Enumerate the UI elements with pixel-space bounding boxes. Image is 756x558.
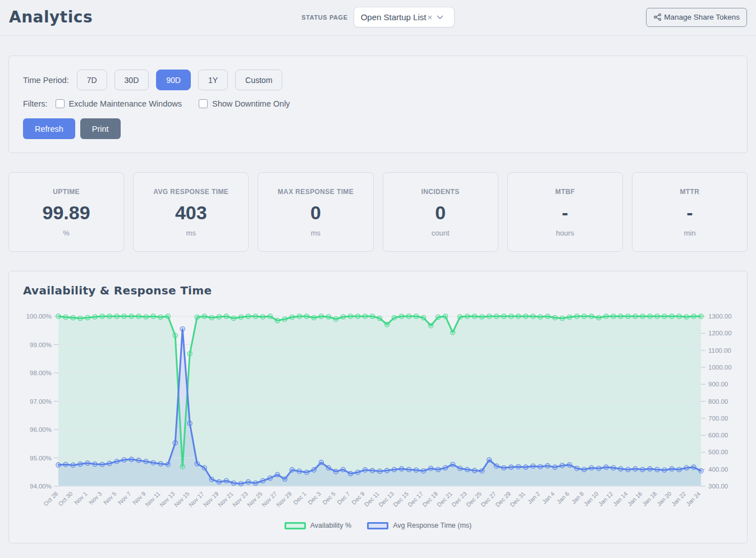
svg-text:Dec 21: Dec 21 [436, 490, 453, 508]
svg-text:Jan 20: Jan 20 [656, 490, 673, 508]
svg-text:Dec 17: Dec 17 [406, 490, 424, 508]
exclude-maintenance-group: Exclude Maintenance Windows [56, 99, 182, 108]
stat-unit: ms [260, 229, 370, 237]
svg-text:Nov 3: Nov 3 [88, 490, 103, 506]
svg-text:Dec 25: Dec 25 [465, 490, 483, 508]
time-period-row: Time Period: 7D 30D 90D 1Y Custom [23, 70, 733, 90]
period-button-90d[interactable]: 90D [156, 70, 191, 90]
svg-text:Dec 23: Dec 23 [450, 490, 468, 508]
legend-item-response-time[interactable]: Avg Response Time (ms) [367, 522, 471, 529]
status-page-selected-value: Open Startup List [361, 12, 427, 22]
page-title: Analytics [9, 8, 301, 26]
stat-value: 403 [136, 202, 246, 223]
svg-text:Nov 11: Nov 11 [144, 490, 162, 508]
exclude-maintenance-checkbox[interactable] [56, 99, 65, 108]
svg-text:Jan 12: Jan 12 [597, 490, 614, 508]
filters-row: Filters: Exclude Maintenance Windows Sho… [23, 99, 733, 108]
show-downtime-label[interactable]: Show Downtime Only [212, 99, 290, 108]
stat-unit: ms [136, 229, 246, 237]
svg-text:Dec 15: Dec 15 [392, 490, 410, 508]
svg-text:500.00: 500.00 [708, 449, 728, 456]
svg-text:Nov 27: Nov 27 [260, 490, 278, 508]
stat-value: - [510, 202, 620, 223]
stat-value: - [635, 202, 745, 223]
period-button-30d[interactable]: 30D [114, 70, 149, 90]
svg-text:Jan 4: Jan 4 [541, 490, 556, 505]
filter-panel: Time Period: 7D 30D 90D 1Y Custom Filter… [8, 56, 748, 153]
svg-text:Dec 7: Dec 7 [336, 490, 351, 506]
chart-panel: Availability & Response Time 100.00%99.0… [8, 271, 748, 543]
svg-text:Nov 19: Nov 19 [202, 490, 220, 508]
status-page-selector: STATUS PAGE Open Startup List × [301, 7, 454, 27]
svg-text:Dec 11: Dec 11 [363, 490, 381, 508]
svg-text:Nov 21: Nov 21 [217, 490, 235, 508]
stat-title: MTBF [510, 188, 620, 196]
manage-share-tokens-label: Manage Share Tokens [664, 13, 740, 21]
filters-label: Filters: [23, 99, 48, 108]
svg-text:98.00%: 98.00% [30, 370, 52, 376]
svg-text:Jan 16: Jan 16 [626, 490, 644, 508]
stat-unit: % [11, 229, 121, 237]
svg-text:800.00: 800.00 [708, 398, 728, 405]
legend-label: Availability % [310, 522, 351, 529]
svg-text:Jan 18: Jan 18 [641, 490, 658, 508]
svg-text:Jan 10: Jan 10 [582, 490, 599, 508]
stat-card-uptime: UPTIME 99.89 % [8, 172, 124, 252]
svg-text:Nov 15: Nov 15 [173, 490, 191, 508]
svg-text:Nov 29: Nov 29 [275, 490, 293, 508]
svg-text:1200.00: 1200.00 [708, 330, 732, 337]
svg-text:Jan 14: Jan 14 [612, 490, 629, 508]
stat-card-avg-response: AVG RESPONSE TIME 403 ms [133, 172, 249, 252]
svg-text:Dec 31: Dec 31 [508, 490, 526, 508]
manage-share-tokens-button[interactable]: Manage Share Tokens [646, 8, 747, 27]
legend-item-availability[interactable]: Availability % [285, 522, 351, 529]
exclude-maintenance-label[interactable]: Exclude Maintenance Windows [69, 99, 182, 108]
svg-text:99.00%: 99.00% [30, 342, 52, 348]
period-button-custom[interactable]: Custom [235, 70, 282, 90]
status-page-label: STATUS PAGE [301, 14, 347, 21]
svg-text:94.00%: 94.00% [30, 483, 52, 490]
response-time-swatch-icon [367, 522, 388, 529]
svg-text:300.00: 300.00 [708, 483, 728, 490]
clear-selection-icon[interactable]: × [427, 13, 432, 21]
svg-text:Nov 25: Nov 25 [246, 490, 264, 508]
svg-text:600.00: 600.00 [708, 432, 728, 439]
actions-row: Refresh Print [23, 118, 733, 139]
header-right: Manage Share Tokens [455, 8, 747, 27]
svg-text:Dec 3: Dec 3 [306, 490, 322, 506]
stat-value: 0 [386, 202, 496, 223]
svg-text:1000.00: 1000.00 [708, 364, 732, 371]
svg-text:900.00: 900.00 [708, 381, 728, 388]
stat-unit: min [635, 229, 745, 237]
svg-text:Nov 7: Nov 7 [117, 490, 132, 506]
stat-value: 0 [260, 202, 370, 223]
stat-title: MTTR [635, 188, 745, 196]
show-downtime-checkbox[interactable] [199, 99, 208, 108]
header: Analytics STATUS PAGE Open Startup List … [0, 0, 756, 36]
stats-row: UPTIME 99.89 % AVG RESPONSE TIME 403 ms … [8, 172, 748, 252]
svg-text:Jan 22: Jan 22 [670, 490, 688, 508]
svg-text:Dec 19: Dec 19 [421, 490, 439, 508]
stat-value: 99.89 [11, 202, 121, 223]
svg-text:Dec 29: Dec 29 [494, 490, 512, 508]
legend-label: Avg Response Time (ms) [393, 522, 471, 529]
chevron-down-icon[interactable] [437, 15, 443, 20]
period-button-1y[interactable]: 1Y [198, 70, 228, 90]
header-left: Analytics [9, 8, 301, 26]
stat-title: MAX RESPONSE TIME [260, 188, 370, 196]
stat-unit: count [386, 229, 496, 237]
svg-text:Jan 24: Jan 24 [685, 490, 702, 508]
svg-text:Dec 13: Dec 13 [377, 490, 395, 508]
stat-card-mttr: MTTR - min [632, 172, 748, 252]
svg-text:Nov 1: Nov 1 [73, 490, 89, 506]
svg-text:Jan 6: Jan 6 [556, 490, 571, 505]
svg-text:1300.00: 1300.00 [708, 313, 732, 320]
availability-response-chart[interactable]: 100.00%99.00%98.00%97.00%96.00%95.00%94.… [9, 271, 746, 544]
availability-swatch-icon [285, 522, 306, 529]
print-button[interactable]: Print [80, 118, 121, 139]
status-page-dropdown[interactable]: Open Startup List × [354, 7, 455, 27]
period-button-7d[interactable]: 7D [77, 70, 107, 90]
svg-text:95.00%: 95.00% [30, 455, 52, 462]
svg-text:Dec 27: Dec 27 [479, 490, 497, 508]
refresh-button[interactable]: Refresh [23, 118, 75, 139]
